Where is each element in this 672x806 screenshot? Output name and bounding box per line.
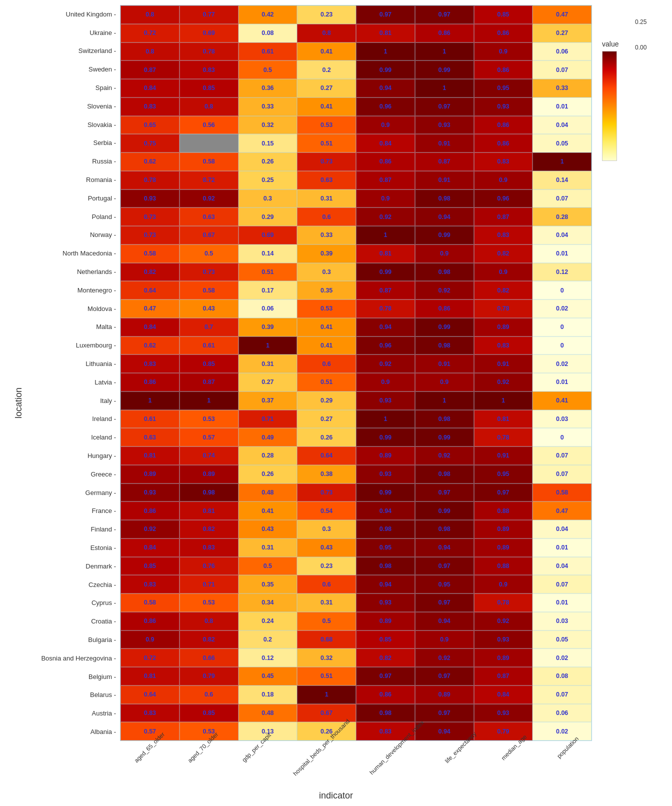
heatmap-cell: 0.79 — [180, 667, 238, 686]
heatmap-cell: 0.78 — [180, 42, 238, 61]
heatmap-cell: 0.89 — [415, 686, 474, 704]
table-row: 0.850.760.50.230.980.970.880.04 — [120, 557, 592, 576]
row-label: North Macedonia - — [20, 246, 120, 260]
heatmap-cell: 0.83 — [180, 60, 238, 79]
table-row: 0.610.530.710.2710.980.810.03 — [120, 410, 592, 428]
legend-label: 0.00 — [635, 44, 646, 51]
heatmap-cell: 0.99 — [415, 428, 474, 446]
row-label: Slovakia - — [20, 118, 120, 132]
heatmap-cell: 0.74 — [180, 446, 238, 465]
row-label: Switzerland - — [20, 44, 120, 58]
row-label: Slovenia - — [20, 99, 120, 113]
heatmap-cell: 0.71 — [180, 575, 238, 594]
table-row: 110.370.290.93110.41 — [120, 392, 592, 410]
row-label: Italy - — [20, 394, 120, 408]
heatmap-cell: 0.89 — [474, 648, 533, 667]
heatmap-cell: 0.03 — [532, 612, 592, 630]
heatmap-cell: 0.98 — [415, 336, 474, 355]
heatmap-cell: 0.98 — [415, 465, 474, 484]
heatmap-cell: 0.87 — [356, 171, 415, 190]
table-row: 0.630.570.490.260.990.990.780 — [120, 428, 592, 446]
heatmap-cell: 0.99 — [356, 484, 415, 502]
heatmap-cell: 0.81 — [474, 410, 533, 428]
heatmap-cell: 0.04 — [532, 557, 592, 576]
table-row: 0.90.820.20.680.850.90.930.05 — [120, 630, 592, 649]
heatmap-cell: 0.53 — [297, 300, 356, 318]
heatmap-cell: 0.97 — [356, 6, 415, 24]
heatmap-cell: 0.06 — [532, 42, 592, 61]
row-label: Bulgaria - — [20, 632, 120, 646]
heatmap-cell: 0.83 — [180, 538, 238, 557]
heatmap-cell: 0.01 — [532, 538, 592, 557]
row-label: Ukraine - — [20, 26, 120, 40]
heatmap-cell: 0.84 — [474, 686, 533, 704]
heatmap-cell: 1 — [297, 686, 356, 704]
heatmap-cell: 0.91 — [415, 354, 474, 373]
heatmap-cell: 0.31 — [297, 190, 356, 208]
heatmap-cell: 0.87 — [356, 281, 415, 300]
heatmap-cell: 0.53 — [180, 594, 238, 612]
heatmap-cell: 0.49 — [238, 428, 298, 446]
heatmap-cell: 0.81 — [356, 244, 415, 263]
heatmap-cell: 0.14 — [532, 171, 592, 190]
row-label: Czechia - — [20, 578, 120, 592]
table-row: 0.620.6110.410.960.980.830 — [120, 336, 592, 355]
heatmap-cell: 0.7 — [180, 318, 238, 336]
heatmap-cell: 0.17 — [238, 281, 298, 300]
heatmap-cell: 0.58 — [532, 484, 592, 502]
heatmap-cell: 0.92 — [415, 446, 474, 465]
heatmap-cell: 0.95 — [356, 538, 415, 557]
heatmap-cell: 0.73 — [180, 263, 238, 282]
heatmap-cell: 0.82 — [180, 520, 238, 538]
heatmap-cell: 0.96 — [356, 98, 415, 116]
heatmap-cell: 0.97 — [415, 594, 474, 612]
heatmap-cell: 0.23 — [297, 557, 356, 576]
heatmap-cell: 0.83 — [474, 152, 533, 171]
row-label: Ireland - — [20, 412, 120, 426]
heatmap-cell: 1 — [415, 79, 474, 98]
row-label: Germany - — [20, 486, 120, 500]
heatmap-cell: 0.42 — [238, 6, 298, 24]
heatmap-cell: 0.97 — [415, 98, 474, 116]
heatmap-cell: 0.98 — [415, 410, 474, 428]
heatmap-cell: 0.89 — [356, 612, 415, 630]
heatmap-cell: 0.63 — [297, 171, 356, 190]
heatmap-cell: 0.93 — [415, 116, 474, 134]
heatmap-cell: 0.91 — [415, 171, 474, 190]
heatmap-cell: 0 — [532, 318, 592, 336]
heatmap-cell: 0.77 — [180, 6, 238, 24]
table-row: 0.580.50.140.390.810.90.820.01 — [120, 244, 592, 263]
table-row: 0.830.80.330.410.960.970.930.01 — [120, 98, 592, 116]
heatmap-cell: 0.38 — [297, 465, 356, 484]
heatmap-cell: 1 — [356, 42, 415, 61]
heatmap-cell: 0.01 — [532, 98, 592, 116]
heatmap-cell: 0.36 — [238, 79, 298, 98]
heatmap-cell: 0.81 — [180, 502, 238, 520]
row-label: Iceland - — [20, 430, 120, 444]
heatmap-cell: 0.86 — [356, 686, 415, 704]
heatmap-cell: 0.92 — [415, 281, 474, 300]
heatmap-cell: 0.02 — [532, 354, 592, 373]
heatmap-cell: 0.04 — [532, 116, 592, 134]
heatmap-cell: 0.88 — [474, 557, 533, 576]
heatmap-cell: 1 — [356, 410, 415, 428]
heatmap-cell: 0.78 — [474, 428, 533, 446]
row-label: Montenegro - — [20, 283, 120, 297]
heatmap-cell: 0.86 — [120, 612, 180, 630]
heatmap-cell: 0.86 — [356, 152, 415, 171]
heatmap-cell: 0.07 — [532, 446, 592, 465]
heatmap-cell: 0.86 — [474, 60, 533, 79]
legend-labels: 1.000.750.500.250.00 — [635, 0, 646, 51]
heatmap-cell: 0.91 — [474, 354, 533, 373]
heatmap-cell: 0.6 — [297, 354, 356, 373]
heatmap-cell: 0.53 — [180, 410, 238, 428]
heatmap-cell: 0.23 — [297, 6, 356, 24]
heatmap-cell: 0.89 — [474, 318, 533, 336]
heatmap-cell: 0.83 — [474, 226, 533, 244]
heatmap-cell: 0.78 — [474, 594, 533, 612]
heatmap-cell: 0.94 — [356, 502, 415, 520]
heatmap-cell: 0.82 — [474, 281, 533, 300]
heatmap-cell: 0.69 — [180, 24, 238, 42]
heatmap-cell: 1 — [238, 336, 298, 355]
table-row: 0.750.150.510.840.910.860.05 — [120, 134, 592, 152]
